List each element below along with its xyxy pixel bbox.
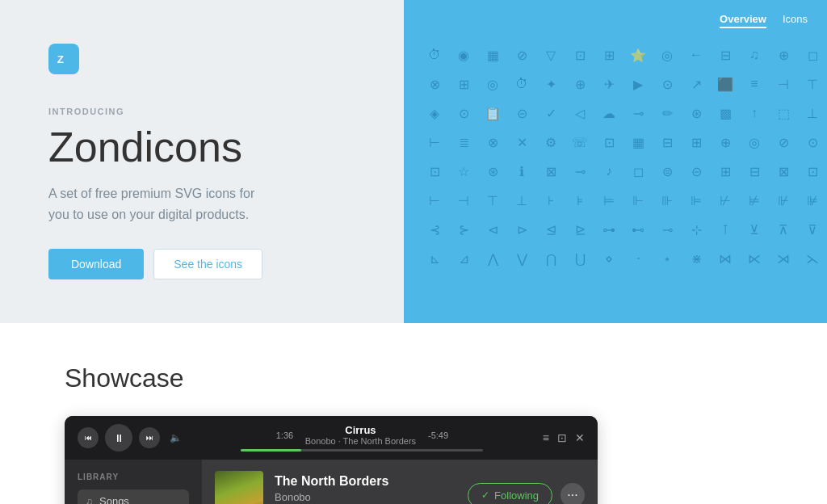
grid-icon: ⋉ bbox=[740, 244, 769, 273]
grid-icon: ✈ bbox=[594, 69, 623, 99]
grid-icon: ✏ bbox=[653, 99, 682, 128]
grid-icon: ▩ bbox=[711, 99, 740, 128]
music-note-icon: ♫ bbox=[86, 496, 93, 505]
album-actions: ✓ Following ··· bbox=[468, 483, 585, 505]
grid-icon: ♪ bbox=[594, 157, 623, 186]
grid-icon: ⊠ bbox=[769, 157, 798, 186]
grid-icon: ⋈ bbox=[711, 244, 740, 273]
grid-icon: ⊙ bbox=[798, 128, 827, 157]
track-title: Cirrus bbox=[305, 424, 416, 436]
grid-icon: ⊦ bbox=[536, 186, 565, 215]
grid-icon: ⊜ bbox=[653, 157, 682, 186]
nav-overview[interactable]: Overview bbox=[720, 13, 766, 28]
player-top-bar: ⏮ ⏸ ⏭ 🔈 1:36 Cirrus Bonobo · The North B… bbox=[65, 416, 598, 460]
grid-icon: ⊡ bbox=[798, 157, 827, 186]
grid-icon: ⊯ bbox=[798, 186, 827, 215]
grid-icon: ⊗ bbox=[420, 69, 449, 99]
library-item-songs[interactable]: ♫ Songs bbox=[78, 489, 189, 504]
grid-icon: ⊥ bbox=[798, 99, 827, 128]
grid-icon: ⋀ bbox=[478, 244, 507, 273]
more-options-button[interactable]: ··· bbox=[560, 483, 585, 504]
grid-icon: ◁ bbox=[565, 99, 594, 128]
grid-icon: ⊹ bbox=[682, 215, 711, 244]
player-controls: ⏮ ⏸ ⏭ 🔈 bbox=[78, 424, 182, 452]
player-progress-area: 1:36 Cirrus Bonobo · The North Borders -… bbox=[191, 424, 533, 452]
grid-icon: ⊧ bbox=[565, 186, 594, 215]
grid-icon: ⊪ bbox=[653, 186, 682, 215]
grid-icon: ⬛ bbox=[711, 69, 740, 99]
grid-icon: ↑ bbox=[740, 99, 769, 128]
logo-badge: Z bbox=[48, 44, 79, 74]
grid-icon: ▦ bbox=[623, 128, 653, 157]
album-card: The North Borders Bonobo Ninja Tune ✓ Fo… bbox=[202, 460, 598, 504]
next-button[interactable]: ⏭ bbox=[139, 427, 160, 448]
grid-icon: ▶ bbox=[623, 69, 653, 99]
grid-icon: ⊡ bbox=[594, 128, 623, 157]
grid-icon: ⊛ bbox=[682, 99, 711, 128]
grid-icon: ⊴ bbox=[536, 215, 565, 244]
grid-icon: ✕ bbox=[507, 128, 536, 157]
grid-icon: ⊨ bbox=[594, 186, 623, 215]
grid-icon: ⊶ bbox=[594, 215, 623, 244]
pause-button[interactable]: ⏸ bbox=[105, 424, 132, 452]
grid-icon: ⋋ bbox=[798, 244, 827, 273]
time-remaining: -5:49 bbox=[422, 430, 448, 440]
grid-icon: ◻ bbox=[798, 40, 827, 69]
icon-grid: ⏱ ◉ ▦ ⊘ ▽ ⊡ ⊞ ⭐ ◎ ← ⊟ ♫ ⊕ ◻ ⊗ ⊞ ◎ ⏱ ✦ ⊕ … bbox=[404, 0, 827, 286]
player-track-info: 1:36 Cirrus Bonobo · The North Borders -… bbox=[191, 424, 533, 446]
prev-button[interactable]: ⏮ bbox=[78, 427, 99, 448]
volume-icon: 🔈 bbox=[170, 432, 182, 443]
progress-bar-fill bbox=[241, 449, 301, 452]
track-subtitle: Bonobo · The North Borders bbox=[305, 436, 416, 446]
grid-icon: ⬚ bbox=[769, 99, 798, 128]
grid-icon: ⊥ bbox=[507, 186, 536, 215]
download-button[interactable]: Download bbox=[48, 249, 144, 279]
grid-icon: ⊾ bbox=[420, 244, 449, 273]
grid-icon: ⋆ bbox=[653, 244, 682, 273]
grid-icon: ⊤ bbox=[478, 186, 507, 215]
hero-section: Z INTRODUCING Zondicons A set of free pr… bbox=[0, 0, 827, 323]
grid-icon: ▽ bbox=[536, 40, 565, 69]
grid-icon: ⊷ bbox=[623, 215, 653, 244]
grid-icon: ≣ bbox=[449, 128, 478, 157]
grid-icon: ⊝ bbox=[682, 157, 711, 186]
following-label: Following bbox=[494, 489, 539, 502]
grid-icon: ⊭ bbox=[740, 186, 769, 215]
grid-icon: ⊺ bbox=[711, 215, 740, 244]
grid-icon: ⊢ bbox=[420, 128, 449, 157]
grid-icon: ⊙ bbox=[449, 99, 478, 128]
grid-icon: ⋅ bbox=[623, 244, 653, 273]
grid-icon: ≡ bbox=[740, 69, 769, 99]
grid-icon: ⊠ bbox=[536, 157, 565, 186]
grid-icon: ⋇ bbox=[682, 244, 711, 273]
grid-icon: ⊡ bbox=[420, 157, 449, 186]
grid-icon: ⊣ bbox=[449, 186, 478, 215]
grid-icon: ⊮ bbox=[769, 186, 798, 215]
grid-icon: ⊕ bbox=[769, 40, 798, 69]
grid-icon: ✦ bbox=[536, 69, 565, 99]
track-meta: Cirrus Bonobo · The North Borders bbox=[305, 424, 416, 446]
following-button[interactable]: ✓ Following bbox=[468, 483, 552, 505]
hero-description: A set of free premium SVG icons for you … bbox=[48, 183, 275, 225]
close-icon[interactable]: ✕ bbox=[575, 431, 585, 444]
see-icons-button[interactable]: See the icons bbox=[153, 249, 262, 279]
progress-bar[interactable] bbox=[241, 449, 483, 452]
music-player: ⏮ ⏸ ⏭ 🔈 1:36 Cirrus Bonobo · The North B… bbox=[65, 416, 598, 504]
showcase-title: Showcase bbox=[65, 363, 762, 393]
library-sidebar: LIBRARY ♫ Songs bbox=[65, 460, 202, 504]
grid-icon: ⊫ bbox=[682, 186, 711, 215]
grid-icon: ⊬ bbox=[711, 186, 740, 215]
nav-icons[interactable]: Icons bbox=[783, 13, 808, 28]
grid-icon: ☁ bbox=[594, 99, 623, 128]
grid-icon: ⊤ bbox=[798, 69, 827, 99]
menu-icon[interactable]: ≡ bbox=[543, 431, 549, 444]
grid-icon: ⏱ bbox=[420, 40, 449, 69]
grid-icon: ⊞ bbox=[682, 128, 711, 157]
grid-icon: ⊘ bbox=[769, 128, 798, 157]
repeat-icon[interactable]: ⊡ bbox=[557, 431, 567, 444]
grid-icon: ◎ bbox=[740, 128, 769, 157]
grid-icon: ☏ bbox=[565, 128, 594, 157]
hero-left-panel: Z INTRODUCING Zondicons A set of free pr… bbox=[0, 0, 404, 323]
grid-icon: ⋁ bbox=[507, 244, 536, 273]
grid-icon: ⊼ bbox=[769, 215, 798, 244]
